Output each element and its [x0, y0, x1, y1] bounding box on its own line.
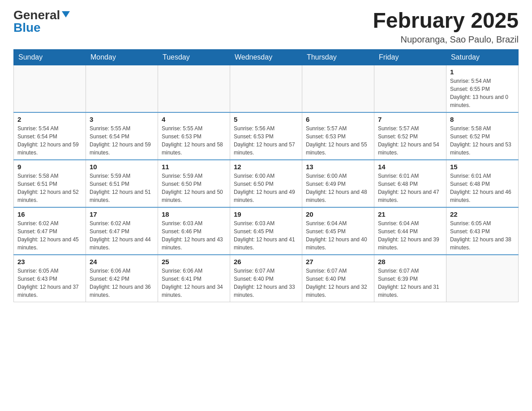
- calendar-title: February 2025: [373, 9, 519, 33]
- calendar-day-cell: 3Sunrise: 5:55 AMSunset: 6:54 PMDaylight…: [86, 112, 158, 160]
- calendar-day-cell: 13Sunrise: 6:00 AMSunset: 6:49 PMDayligh…: [302, 160, 374, 207]
- calendar-day-cell: 27Sunrise: 6:07 AMSunset: 6:40 PMDayligh…: [302, 255, 374, 302]
- day-number: 15: [450, 163, 515, 171]
- day-info: Sunrise: 6:02 AMSunset: 6:47 PMDaylight:…: [17, 219, 82, 252]
- day-number: 18: [162, 210, 226, 218]
- day-info: Sunrise: 5:54 AMSunset: 6:54 PMDaylight:…: [17, 124, 82, 157]
- day-number: 7: [378, 116, 442, 123]
- column-header-monday: Monday: [86, 49, 158, 65]
- calendar-day-cell: 1Sunrise: 5:54 AMSunset: 6:55 PMDaylight…: [446, 65, 518, 112]
- calendar-day-cell: 15Sunrise: 6:01 AMSunset: 6:48 PMDayligh…: [446, 160, 518, 207]
- calendar-day-cell: 4Sunrise: 5:55 AMSunset: 6:53 PMDaylight…: [158, 112, 230, 160]
- day-info: Sunrise: 6:01 AMSunset: 6:48 PMDaylight:…: [450, 172, 515, 204]
- calendar-day-cell: 26Sunrise: 6:07 AMSunset: 6:40 PMDayligh…: [230, 255, 302, 302]
- day-number: 23: [17, 258, 82, 265]
- calendar-day-cell: 12Sunrise: 6:00 AMSunset: 6:50 PMDayligh…: [230, 160, 302, 207]
- calendar-day-cell: 21Sunrise: 6:04 AMSunset: 6:44 PMDayligh…: [374, 207, 446, 255]
- day-number: 26: [234, 258, 298, 265]
- day-info: Sunrise: 6:06 AMSunset: 6:41 PMDaylight:…: [162, 267, 226, 299]
- day-number: 22: [450, 210, 515, 218]
- calendar-week-row: 1Sunrise: 5:54 AMSunset: 6:55 PMDaylight…: [14, 65, 519, 112]
- day-info: Sunrise: 6:06 AMSunset: 6:42 PMDaylight:…: [90, 267, 154, 299]
- calendar-day-cell: 5Sunrise: 5:56 AMSunset: 6:53 PMDaylight…: [230, 112, 302, 160]
- day-info: Sunrise: 6:04 AMSunset: 6:45 PMDaylight:…: [306, 219, 370, 252]
- day-info: Sunrise: 5:59 AMSunset: 6:51 PMDaylight:…: [90, 172, 154, 204]
- calendar-day-cell: [230, 65, 302, 112]
- day-info: Sunrise: 6:03 AMSunset: 6:45 PMDaylight:…: [234, 219, 298, 252]
- day-info: Sunrise: 6:04 AMSunset: 6:44 PMDaylight:…: [378, 219, 442, 252]
- calendar-day-cell: 24Sunrise: 6:06 AMSunset: 6:42 PMDayligh…: [86, 255, 158, 302]
- day-info: Sunrise: 6:07 AMSunset: 6:39 PMDaylight:…: [378, 267, 442, 299]
- calendar-day-cell: 17Sunrise: 6:02 AMSunset: 6:47 PMDayligh…: [86, 207, 158, 255]
- day-number: 17: [90, 210, 154, 218]
- day-info: Sunrise: 6:07 AMSunset: 6:40 PMDaylight:…: [306, 267, 370, 299]
- calendar-day-cell: [446, 255, 518, 302]
- calendar-day-cell: 10Sunrise: 5:59 AMSunset: 6:51 PMDayligh…: [86, 160, 158, 207]
- day-number: 1: [450, 68, 515, 76]
- column-header-tuesday: Tuesday: [158, 49, 230, 65]
- calendar-day-cell: 28Sunrise: 6:07 AMSunset: 6:39 PMDayligh…: [374, 255, 446, 302]
- calendar-day-cell: 14Sunrise: 6:01 AMSunset: 6:48 PMDayligh…: [374, 160, 446, 207]
- day-number: 8: [450, 116, 515, 123]
- calendar-day-cell: [158, 65, 230, 112]
- logo-general-text: General: [13, 9, 60, 21]
- day-info: Sunrise: 5:59 AMSunset: 6:50 PMDaylight:…: [162, 172, 226, 204]
- day-info: Sunrise: 6:01 AMSunset: 6:48 PMDaylight:…: [378, 172, 442, 204]
- day-info: Sunrise: 6:00 AMSunset: 6:50 PMDaylight:…: [234, 172, 298, 204]
- day-number: 19: [234, 210, 298, 218]
- day-number: 28: [378, 258, 442, 265]
- day-number: 21: [378, 210, 442, 218]
- calendar-subtitle: Nuporanga, Sao Paulo, Brazil: [373, 34, 519, 45]
- day-number: 20: [306, 210, 370, 218]
- day-info: Sunrise: 6:07 AMSunset: 6:40 PMDaylight:…: [234, 267, 298, 299]
- day-info: Sunrise: 5:57 AMSunset: 6:53 PMDaylight:…: [306, 124, 370, 157]
- day-number: 2: [17, 116, 82, 123]
- calendar-day-cell: 16Sunrise: 6:02 AMSunset: 6:47 PMDayligh…: [14, 207, 86, 255]
- calendar-day-cell: 22Sunrise: 6:05 AMSunset: 6:43 PMDayligh…: [446, 207, 518, 255]
- day-info: Sunrise: 6:00 AMSunset: 6:49 PMDaylight:…: [306, 172, 370, 204]
- calendar-week-row: 16Sunrise: 6:02 AMSunset: 6:47 PMDayligh…: [14, 207, 519, 255]
- day-number: 6: [306, 116, 370, 123]
- day-info: Sunrise: 5:54 AMSunset: 6:55 PMDaylight:…: [450, 77, 515, 109]
- day-number: 27: [306, 258, 370, 265]
- day-info: Sunrise: 5:58 AMSunset: 6:51 PMDaylight:…: [17, 172, 82, 204]
- day-number: 12: [234, 163, 298, 171]
- calendar-day-cell: 11Sunrise: 5:59 AMSunset: 6:50 PMDayligh…: [158, 160, 230, 207]
- column-header-wednesday: Wednesday: [230, 49, 302, 65]
- calendar-day-cell: 23Sunrise: 6:05 AMSunset: 6:43 PMDayligh…: [14, 255, 86, 302]
- calendar-day-cell: 2Sunrise: 5:54 AMSunset: 6:54 PMDaylight…: [14, 112, 86, 160]
- day-number: 11: [162, 163, 226, 171]
- day-info: Sunrise: 6:03 AMSunset: 6:46 PMDaylight:…: [162, 219, 226, 252]
- calendar-week-row: 23Sunrise: 6:05 AMSunset: 6:43 PMDayligh…: [14, 255, 519, 302]
- column-header-thursday: Thursday: [302, 49, 374, 65]
- column-header-friday: Friday: [374, 49, 446, 65]
- day-info: Sunrise: 5:55 AMSunset: 6:54 PMDaylight:…: [90, 124, 154, 157]
- calendar-day-cell: 8Sunrise: 5:58 AMSunset: 6:52 PMDaylight…: [446, 112, 518, 160]
- calendar-table: SundayMondayTuesdayWednesdayThursdayFrid…: [13, 49, 519, 302]
- title-section: February 2025 Nuporanga, Sao Paulo, Braz…: [373, 9, 519, 45]
- day-info: Sunrise: 6:05 AMSunset: 6:43 PMDaylight:…: [450, 219, 515, 252]
- day-number: 24: [90, 258, 154, 265]
- calendar-day-cell: 25Sunrise: 6:06 AMSunset: 6:41 PMDayligh…: [158, 255, 230, 302]
- day-number: 4: [162, 116, 226, 123]
- day-number: 14: [378, 163, 442, 171]
- logo: General Blue: [13, 9, 71, 34]
- calendar-day-cell: 7Sunrise: 5:57 AMSunset: 6:52 PMDaylight…: [374, 112, 446, 160]
- column-header-saturday: Saturday: [446, 49, 518, 65]
- svg-marker-0: [62, 11, 70, 17]
- calendar-header-row: SundayMondayTuesdayWednesdayThursdayFrid…: [14, 49, 519, 65]
- day-number: 3: [90, 116, 154, 123]
- calendar-day-cell: [302, 65, 374, 112]
- calendar-day-cell: 19Sunrise: 6:03 AMSunset: 6:45 PMDayligh…: [230, 207, 302, 255]
- calendar-day-cell: 18Sunrise: 6:03 AMSunset: 6:46 PMDayligh…: [158, 207, 230, 255]
- day-info: Sunrise: 5:57 AMSunset: 6:52 PMDaylight:…: [378, 124, 442, 157]
- page-header: General Blue February 2025 Nuporanga, Sa…: [13, 9, 519, 45]
- day-info: Sunrise: 5:56 AMSunset: 6:53 PMDaylight:…: [234, 124, 298, 157]
- column-header-sunday: Sunday: [14, 49, 86, 65]
- day-number: 16: [17, 210, 82, 218]
- day-info: Sunrise: 6:02 AMSunset: 6:47 PMDaylight:…: [90, 219, 154, 252]
- logo-blue-text: Blue: [13, 21, 41, 34]
- calendar-day-cell: [14, 65, 86, 112]
- day-info: Sunrise: 5:58 AMSunset: 6:52 PMDaylight:…: [450, 124, 515, 157]
- logo-arrow-icon: [61, 9, 71, 19]
